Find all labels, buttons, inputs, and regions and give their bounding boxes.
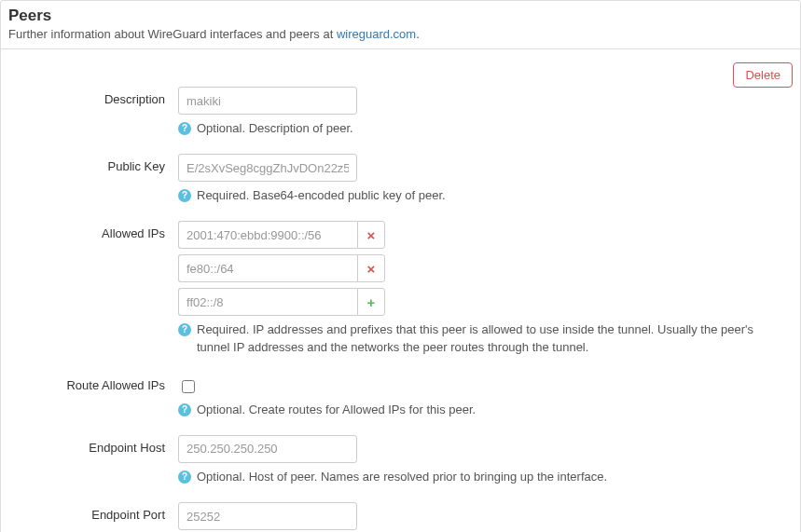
label-route-allowed-ips: Route Allowed IPs <box>12 373 178 392</box>
help-route-allowed-ips: Optional. Create routes for Allowed IPs … <box>197 402 789 418</box>
add-ip-button[interactable]: + <box>357 288 385 316</box>
route-allowed-ips-checkbox[interactable] <box>182 380 195 393</box>
peers-panel: Peers Further information about WireGuar… <box>0 0 801 532</box>
help-icon: ? <box>178 403 191 416</box>
help-icon: ? <box>178 471 191 484</box>
label-public-key: Public Key <box>12 154 178 173</box>
subtitle-prefix: Further information about WireGuard inte… <box>8 27 337 41</box>
row-public-key: Public Key ? Required. Base64-encoded pu… <box>12 154 789 204</box>
allowed-ip-row: × <box>178 221 789 249</box>
page-subtitle: Further information about WireGuard inte… <box>8 27 793 41</box>
help-icon: ? <box>178 323 191 336</box>
row-description: Description ? Optional. Description of p… <box>12 87 789 137</box>
plus-icon: + <box>367 294 376 310</box>
allowed-ip-input-0[interactable] <box>178 221 357 249</box>
label-description: Description <box>12 87 178 106</box>
help-icon: ? <box>178 122 191 135</box>
row-route-allowed-ips: Route Allowed IPs ? Optional. Create rou… <box>12 373 789 418</box>
allowed-ip-input-2[interactable] <box>178 288 357 316</box>
row-allowed-ips: Allowed IPs × × + ? Required. IP address… <box>12 221 789 355</box>
remove-ip-button[interactable]: × <box>357 221 385 249</box>
row-endpoint-host: Endpoint Host ? Optional. Host of peer. … <box>12 435 789 485</box>
allowed-ip-input-1[interactable] <box>178 254 357 282</box>
panel-header: Peers Further information about WireGuar… <box>1 1 800 49</box>
description-input[interactable] <box>178 87 357 115</box>
label-allowed-ips: Allowed IPs <box>12 221 178 240</box>
row-endpoint-port: Endpoint Port ? Optional. Port of peer. <box>12 502 789 532</box>
help-endpoint-host: Optional. Host of peer. Names are resolv… <box>197 469 789 485</box>
allowed-ip-row: × <box>178 254 789 282</box>
label-endpoint-host: Endpoint Host <box>12 435 178 455</box>
public-key-input[interactable] <box>178 154 357 182</box>
help-description: Optional. Description of peer. <box>197 120 789 137</box>
endpoint-port-input[interactable] <box>178 502 357 530</box>
delete-button[interactable]: Delete <box>733 62 793 88</box>
allowed-ip-row: + <box>178 288 789 316</box>
form-body: Description ? Optional. Description of p… <box>1 49 800 532</box>
page-title: Peers <box>8 7 793 25</box>
close-icon: × <box>367 261 376 277</box>
remove-ip-button[interactable]: × <box>357 254 385 282</box>
label-endpoint-port: Endpoint Port <box>12 502 178 522</box>
endpoint-host-input[interactable] <box>178 435 357 463</box>
help-public-key: Required. Base64-encoded public key of p… <box>197 187 789 204</box>
help-allowed-ips: Required. IP addresses and prefixes that… <box>197 321 789 355</box>
help-icon: ? <box>178 189 191 202</box>
wireguard-link[interactable]: wireguard.com <box>337 27 416 41</box>
close-icon: × <box>367 227 376 243</box>
subtitle-suffix: . <box>416 27 420 41</box>
